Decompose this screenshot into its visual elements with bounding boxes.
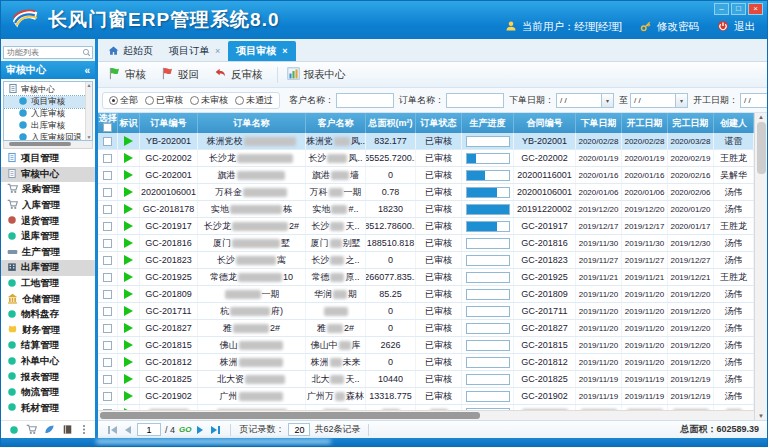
table-row[interactable]: GC-201823长沙寓长沙之..0已审核GC-2018232019/11/27… — [98, 252, 754, 269]
tree-node-入库审核[interactable]: 入库审核 — [4, 108, 92, 120]
grid-horizontal-scrollbar[interactable] — [98, 410, 754, 420]
sidebar-item-耗材管理[interactable]: 耗材管理 — [1, 401, 95, 417]
sidebar-item-审核中心[interactable]: 审核中心 — [1, 167, 95, 183]
table-row[interactable]: GC-201925常德龙10常德原..266077.835..已审核GC-201… — [98, 269, 754, 286]
table-row[interactable]: GC-201812株洲株洲未来0已审核GC-2018122019/11/2020… — [98, 354, 754, 371]
row-checkbox[interactable] — [103, 307, 112, 316]
dropdown-icon[interactable]: ▾ — [676, 93, 688, 108]
select-all-checkbox[interactable] — [103, 123, 112, 132]
table-row[interactable]: GC-201815佛山佛山中库2626已审核GC-2018152019/11/2… — [98, 337, 754, 354]
table-row[interactable]: GC-201827雅2#雅2#0已审核GC-2018272019/11/2020… — [98, 320, 754, 337]
table-row[interactable]: GC-201711杭府)0已审核GC-2017112019/11/202019/… — [98, 303, 754, 320]
sidebar-item-补单中心[interactable]: 补单中心 — [1, 354, 95, 370]
table-row[interactable]: GC-202002长沙龙长沙凤..65525.7200..已审核GC-20200… — [98, 150, 754, 167]
报表中心-button[interactable]: 报表中心 — [283, 65, 355, 84]
table-row[interactable]: 20200106001万科金万科一期0.78已审核202001060012020… — [98, 184, 754, 201]
book-icon[interactable] — [62, 421, 73, 439]
tree-node-出库审核[interactable]: 出库审核 — [4, 120, 92, 132]
next-page-button[interactable] — [195, 426, 205, 434]
close-button[interactable]: × — [748, 3, 763, 15]
审核-button[interactable]: 审核 — [104, 65, 155, 84]
radio-未通过[interactable]: 未通过 — [235, 94, 273, 107]
row-checkbox[interactable] — [103, 375, 112, 384]
collapse-icon[interactable]: « — [84, 65, 90, 76]
column-header-完工日期[interactable]: 完工日期 — [668, 113, 714, 133]
page-size-input[interactable] — [288, 423, 310, 436]
table-row[interactable]: GC-201825北大资北大天..10440已审核GC-2018252019/1… — [98, 371, 754, 388]
tree-vertical-scrollbar[interactable]: ▲▼ — [85, 82, 92, 140]
page-number-input[interactable] — [137, 423, 161, 436]
row-checkbox[interactable] — [103, 154, 112, 163]
change-password-link[interactable]: 修改密码 — [657, 20, 699, 34]
column-header-合同编号[interactable]: 合同编号 — [514, 113, 576, 133]
customer-name-input[interactable] — [336, 93, 394, 108]
scroll-thumb[interactable] — [757, 122, 766, 174]
radio-全部[interactable]: 全部 — [109, 94, 138, 107]
dropdown-icon[interactable]: ▾ — [602, 93, 614, 108]
sidebar-item-财务管理[interactable]: 财务管理 — [1, 323, 95, 339]
row-checkbox[interactable] — [103, 273, 112, 282]
dot-icon[interactable] — [9, 421, 19, 439]
column-header-客户名称[interactable]: 客户名称 — [306, 113, 366, 133]
sidebar-item-工地管理[interactable]: 工地管理 — [1, 276, 95, 292]
row-checkbox[interactable] — [103, 324, 112, 333]
tree-horizontal-scrollbar[interactable] — [3, 141, 93, 149]
tab-项目订单[interactable]: 项目订单× — [161, 41, 228, 61]
radio-已审核[interactable]: 已审核 — [145, 94, 183, 107]
column-header-选择[interactable]: 选择 — [98, 113, 118, 133]
tab-项目审核[interactable]: 项目审核× — [228, 41, 295, 61]
leaf-icon[interactable] — [44, 421, 55, 439]
tree-node-root[interactable]: 审核中心 — [4, 82, 92, 96]
tab-close-icon[interactable]: × — [282, 46, 287, 56]
sidebar-item-出库管理[interactable]: 出库管理 — [1, 260, 95, 276]
column-header-订单名称[interactable]: 订单名称 — [198, 113, 306, 133]
sidebar-item-生产管理[interactable]: 生产管理 — [1, 245, 95, 261]
row-checkbox[interactable] — [103, 205, 112, 214]
tab-close-icon[interactable]: × — [215, 46, 220, 56]
more-icon[interactable] — [80, 421, 88, 439]
column-header-生产进度[interactable]: 生产进度 — [462, 113, 514, 133]
scroll-up-icon[interactable]: ▲ — [758, 114, 764, 120]
function-search-input[interactable] — [3, 46, 93, 59]
column-header-开工日期[interactable]: 开工日期 — [622, 113, 668, 133]
table-row[interactable]: GC-201816厦门墅厦门别墅188510.818已审核GC-20181620… — [98, 235, 754, 252]
start-date-input[interactable]: / / — [740, 93, 767, 108]
sidebar-item-报表管理[interactable]: 报表管理 — [1, 369, 95, 385]
row-checkbox[interactable] — [103, 392, 112, 401]
go-button[interactable]: GO — [179, 425, 191, 434]
sidebar-item-仓储管理[interactable]: 仓储管理 — [1, 291, 95, 307]
row-checkbox[interactable] — [103, 137, 112, 146]
row-checkbox[interactable] — [103, 256, 112, 265]
sidebar-item-结算管理[interactable]: 结算管理 — [1, 338, 95, 354]
logout-link[interactable]: 退出 — [734, 20, 755, 34]
first-page-button[interactable] — [106, 426, 119, 434]
row-checkbox[interactable] — [103, 358, 112, 367]
table-row[interactable]: GC-201917长沙龙2#长沙天..8512.78600..已审核GC-201… — [98, 218, 754, 235]
scroll-down-icon[interactable]: ▼ — [758, 413, 764, 419]
驳回-button[interactable]: 驳回 — [157, 65, 208, 84]
grid-vertical-scrollbar[interactable]: ▲ ▼ — [754, 113, 767, 420]
row-checkbox[interactable] — [103, 222, 112, 231]
tab-起始页[interactable]: 起始页 — [100, 41, 161, 61]
sidebar-item-退货管理[interactable]: 退货管理 — [1, 213, 95, 229]
sidebar-item-退库管理[interactable]: 退库管理 — [1, 229, 95, 245]
table-row[interactable]: GC-202001旗港旗港墙0已审核202001160012020/01/162… — [98, 167, 754, 184]
sidebar-item-项目管理[interactable]: 项目管理 — [1, 151, 95, 167]
column-header-总面积(m²)[interactable]: 总面积(m²) — [366, 113, 416, 133]
table-row[interactable]: GC-201902广州广州万森林13318.775已审核GC-201902201… — [98, 388, 754, 405]
row-checkbox[interactable] — [103, 290, 112, 299]
tree-node-入库审核回退[interactable]: 入库审核回退 — [4, 132, 92, 141]
sidebar-item-入库管理[interactable]: 入库管理 — [1, 198, 95, 214]
row-checkbox[interactable] — [103, 239, 112, 248]
order-name-input[interactable] — [446, 93, 504, 108]
column-header-订单状态[interactable]: 订单状态 — [416, 113, 462, 133]
column-header-订单编号[interactable]: 订单编号 — [140, 113, 198, 133]
column-header-创建人[interactable]: 创建人 — [714, 113, 754, 133]
table-row[interactable]: GC-201809一期华润期85.25已审核GC-2018092019/11/2… — [98, 286, 754, 303]
maximize-button[interactable]: □ — [731, 3, 746, 15]
row-checkbox[interactable] — [103, 171, 112, 180]
sidebar-item-采购管理[interactable]: 采购管理 — [1, 182, 95, 198]
prev-page-button[interactable] — [123, 426, 133, 434]
反审核-button[interactable]: 反审核 — [210, 65, 272, 84]
column-header-下单日期[interactable]: 下单日期 — [576, 113, 622, 133]
